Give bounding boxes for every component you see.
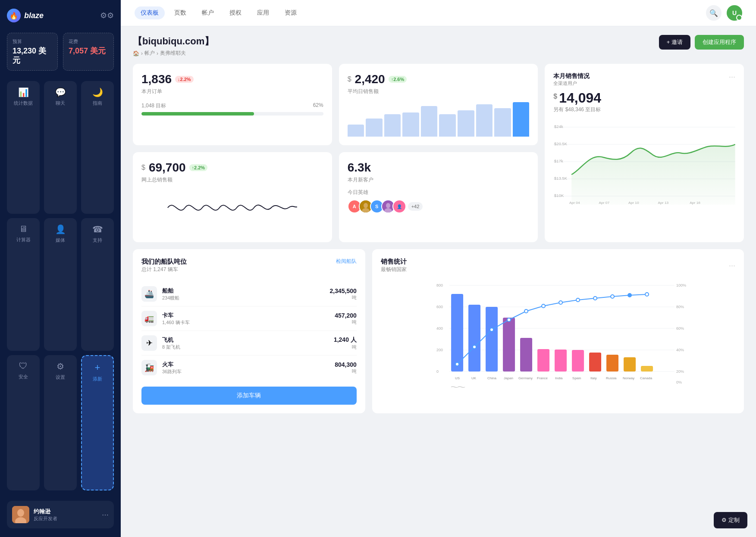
- fleet-title: 我们的船队吨位: [141, 258, 187, 266]
- ship-amount: 2,345,500: [330, 287, 357, 294]
- page-header: 【biqubiqu.com】 🏠 › 帐户 › 奥弗维耶夫 + 邀请 创建应用程…: [133, 35, 744, 57]
- plane-icon: ✈: [141, 335, 157, 351]
- svg-rect-50: [537, 349, 549, 372]
- sidebar: 🔥 blaze ⚙⚙ 预算 13,230 美元 花费 7,057 美元 📊 统计…: [0, 0, 121, 537]
- svg-text:600: 600: [436, 305, 443, 309]
- svg-point-64: [455, 362, 459, 366]
- mini-bar-5: [439, 114, 456, 137]
- logo-icon: 🔥: [7, 9, 21, 22]
- avg-sales-badge: ↑2.6%: [389, 76, 407, 83]
- svg-point-69: [542, 304, 545, 308]
- sidebar-item-guide[interactable]: 🌙 指南: [81, 81, 114, 214]
- tab-auth[interactable]: 授权: [223, 6, 248, 19]
- tab-apps[interactable]: 应用: [251, 6, 275, 19]
- avg-sales-card: $ 2,420 ↑2.6% 平均日销售额: [339, 64, 538, 145]
- sidebar-item-media[interactable]: 👤 媒体: [44, 218, 77, 351]
- top-nav-links: 仪表板 页数 帐户 授权 应用 资源: [135, 6, 303, 19]
- svg-rect-58: [606, 355, 618, 372]
- ship-unit: 吨: [330, 294, 357, 301]
- truck-count: 1,460 辆卡车: [162, 319, 190, 326]
- search-button[interactable]: 🔍: [706, 5, 721, 21]
- orders-card: 1,836 ↓2.2% 本月订单 1,048 目标 62%: [133, 64, 332, 145]
- sidebar-item-settings[interactable]: ⚙ 设置: [44, 355, 77, 490]
- online-sales-label: 网上总销售额: [141, 176, 323, 184]
- svg-text:Apr 10: Apr 10: [628, 201, 639, 205]
- hero-label: 今日英雄: [348, 189, 530, 196]
- online-sales-card: $ 69,700 ↑2.2% 网上总销售额: [133, 152, 332, 242]
- svg-text:Japan: Japan: [504, 376, 513, 380]
- svg-point-65: [473, 345, 476, 349]
- nav-grid: 📊 统计数据 💬 聊天 🌙 指南 🖥 计算器 👤 媒体 ☎ 支持 🛡 安全 ⚙: [7, 81, 114, 490]
- fleet-item-train: 🚂 火车 36路列车 804,300 吨: [141, 356, 357, 380]
- wave-chart: [141, 190, 323, 234]
- hero-count: +42: [408, 202, 423, 211]
- svg-text:India: India: [555, 376, 563, 380]
- sidebar-item-chat[interactable]: 💬 聊天: [44, 81, 77, 214]
- monthly-sales-title: 本月销售情况: [553, 72, 590, 80]
- header-avatar[interactable]: U: [727, 5, 742, 21]
- create-app-button[interactable]: 创建应用程序: [695, 35, 744, 50]
- svg-text:200: 200: [436, 348, 443, 352]
- svg-text:Apr 07: Apr 07: [599, 201, 610, 205]
- tab-pages[interactable]: 页数: [168, 6, 192, 19]
- tab-resources[interactable]: 资源: [279, 6, 303, 19]
- mini-bar-3: [402, 112, 419, 137]
- monthly-sales-card: 本月销售情况 全渠道用户 ··· $ 14,094 另有 $48,346 至目标: [545, 64, 744, 242]
- svg-text:0: 0: [436, 369, 439, 374]
- monthly-sales-subtitle: 全渠道用户: [553, 80, 590, 87]
- svg-rect-62: [641, 366, 653, 372]
- svg-point-67: [507, 318, 511, 322]
- ship-icon: 🚢: [141, 286, 157, 302]
- sidebar-item-stats[interactable]: 📊 统计数据: [7, 81, 40, 214]
- sidebar-item-security[interactable]: 🛡 安全: [7, 355, 40, 490]
- truck-amount: 457,200: [335, 312, 357, 319]
- sidebar-item-calc[interactable]: 🖥 计算器: [7, 218, 40, 351]
- tab-dashboard[interactable]: 仪表板: [135, 6, 165, 19]
- sidebar-top-settings-icon[interactable]: ⚙⚙: [100, 11, 114, 20]
- tab-account[interactable]: 帐户: [196, 6, 220, 19]
- sales-stats-card: 销售统计 最畅销国家 ··· 800 600 400 200 0: [372, 249, 744, 413]
- svg-point-74: [628, 293, 631, 297]
- svg-rect-48: [520, 338, 532, 372]
- svg-text:Germany: Germany: [518, 376, 533, 380]
- budget-label: 预算: [13, 38, 52, 45]
- content-area: 【biqubiqu.com】 🏠 › 帐户 › 奥弗维耶夫 + 邀请 创建应用程…: [121, 26, 756, 537]
- add-icon: +: [95, 362, 100, 373]
- sidebar-item-label: 安全: [19, 374, 28, 380]
- invite-button[interactable]: + 邀请: [659, 35, 690, 50]
- svg-rect-56: [589, 353, 601, 372]
- sidebar-item-label: 指南: [93, 100, 102, 106]
- monthly-sales-menu[interactable]: ···: [729, 72, 735, 81]
- page-title-section: 【biqubiqu.com】 🏠 › 帐户 › 奥弗维耶夫: [133, 35, 214, 57]
- mini-bar-1: [366, 119, 383, 137]
- support-icon: ☎: [92, 224, 103, 234]
- fleet-card: 我们的船队吨位 总计 1,247 辆车 检阅船队 🚢 船舶 234艘船: [133, 249, 365, 413]
- svg-text:$17k: $17k: [554, 159, 563, 163]
- sidebar-item-label: 媒体: [56, 237, 65, 244]
- svg-point-75: [645, 293, 649, 296]
- mini-bar-7: [476, 104, 493, 137]
- sales-stats-header: 销售统计 最畅销国家 ···: [381, 258, 735, 273]
- hero-avatar-5: 👤: [392, 200, 406, 213]
- plane-amount: 1,240 人: [334, 336, 357, 344]
- sidebar-item-label: 设置: [56, 374, 65, 381]
- fleet-link[interactable]: 检阅船队: [336, 258, 357, 265]
- truck-icon: 🚛: [141, 311, 157, 326]
- svg-text:800: 800: [436, 283, 443, 287]
- sales-stats-title: 销售统计: [381, 258, 407, 266]
- sales-stats-menu[interactable]: ···: [729, 261, 735, 270]
- svg-point-1: [17, 509, 24, 517]
- user-details: 约翰逊 反应开发者: [34, 508, 57, 522]
- page-title: 【biqubiqu.com】: [133, 35, 214, 48]
- svg-text:80%: 80%: [676, 305, 684, 309]
- sidebar-item-add[interactable]: + 添新: [81, 355, 114, 490]
- sidebar-item-label: 统计数据: [14, 100, 33, 106]
- user-menu-icon[interactable]: ⋯: [102, 511, 109, 519]
- svg-text:Russia: Russia: [606, 376, 617, 380]
- avg-sales-value: $ 2,420 ↑2.6%: [348, 72, 530, 86]
- mini-bar-4: [421, 106, 438, 137]
- customize-button[interactable]: ⚙ 定制: [714, 512, 747, 528]
- breadcrumb-account[interactable]: 帐户: [144, 50, 155, 57]
- sidebar-item-support[interactable]: ☎ 支持: [81, 218, 114, 351]
- add-vehicle-button[interactable]: 添加车辆: [141, 387, 357, 405]
